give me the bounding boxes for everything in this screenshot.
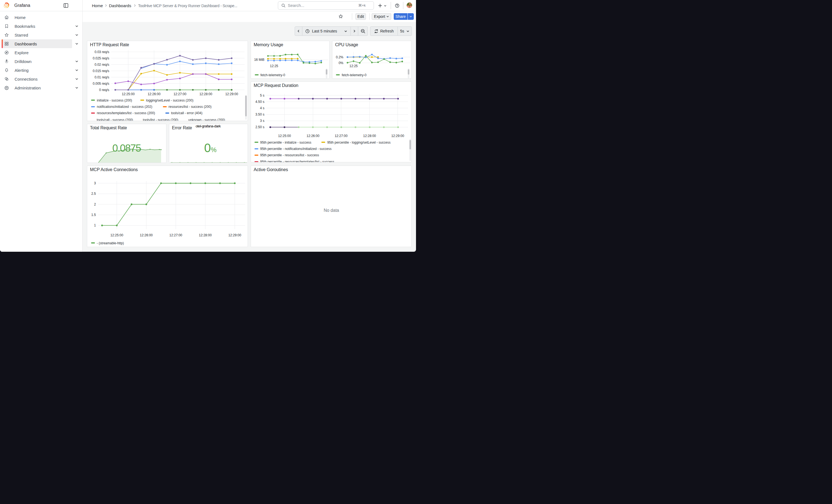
svg-text:0.01 req/s: 0.01 req/s (95, 75, 109, 79)
svg-text:0.02 req/s: 0.02 req/s (95, 63, 109, 67)
svg-text:0.2%: 0.2% (336, 55, 344, 59)
svg-text:0.015 req/s: 0.015 req/s (93, 69, 109, 73)
svg-text:12:25: 12:25 (349, 64, 358, 68)
svg-text:12:25:00: 12:25:00 (278, 134, 291, 138)
svg-text:1.5: 1.5 (92, 213, 96, 217)
svg-text:12:25:00: 12:25:00 (122, 92, 135, 96)
svg-text:12:26:00: 12:26:00 (148, 92, 161, 96)
svg-text:2: 2 (94, 203, 96, 206)
svg-text:3: 3 (94, 181, 96, 185)
svg-text:12:29:00: 12:29:00 (228, 233, 241, 237)
svg-text:16 MiB: 16 MiB (254, 58, 264, 62)
svg-text:0%: 0% (339, 61, 344, 65)
svg-text:12:25: 12:25 (270, 64, 278, 68)
svg-text:1: 1 (94, 223, 96, 227)
svg-text:12:27:00: 12:27:00 (174, 92, 186, 96)
svg-text:12:28:00: 12:28:00 (199, 233, 212, 237)
svg-text:0.025 req/s: 0.025 req/s (93, 56, 109, 60)
svg-text:3 s: 3 s (260, 119, 264, 123)
svg-text:5 s: 5 s (260, 94, 264, 97)
svg-text:12:28:00: 12:28:00 (363, 134, 376, 138)
svg-text:0.03 req/s: 0.03 req/s (95, 50, 109, 54)
svg-text:0 req/s: 0 req/s (99, 88, 109, 92)
svg-text:4.50 s: 4.50 s (255, 100, 264, 104)
svg-text:12:26:00: 12:26:00 (307, 134, 319, 138)
svg-text:12:26:00: 12:26:00 (140, 233, 153, 237)
svg-text:0.005 req/s: 0.005 req/s (93, 82, 109, 85)
svg-text:12:27:00: 12:27:00 (170, 233, 182, 237)
svg-text:12:29:00: 12:29:00 (225, 92, 238, 96)
svg-text:12:27:00: 12:27:00 (335, 134, 347, 138)
svg-text:2.50 s: 2.50 s (255, 125, 264, 129)
svg-text:2.5: 2.5 (92, 192, 96, 195)
svg-text:4 s: 4 s (260, 106, 264, 110)
svg-text:12:25:00: 12:25:00 (110, 233, 123, 237)
svg-text:3.50 s: 3.50 s (255, 112, 264, 116)
svg-text:12:29:00: 12:29:00 (391, 134, 404, 138)
svg-text:12:28:00: 12:28:00 (200, 92, 212, 96)
